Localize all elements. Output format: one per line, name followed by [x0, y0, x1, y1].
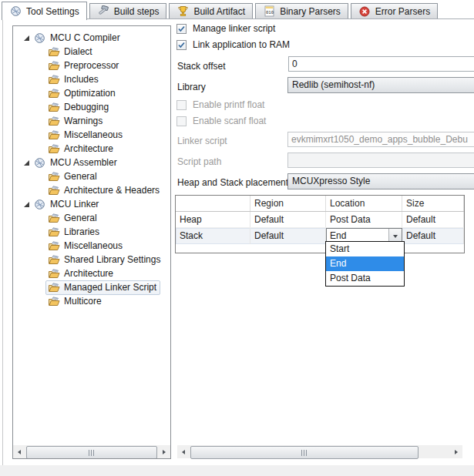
- scroll-left-arrow-icon[interactable]: [13, 445, 25, 458]
- folder-icon: [48, 143, 60, 155]
- tab-label: Build steps: [114, 6, 160, 17]
- tree-item-architecture-headers[interactable]: Architecture & Headers: [13, 183, 170, 197]
- stack-region-cell[interactable]: Default: [250, 228, 326, 244]
- tree-item-debugging[interactable]: Debugging: [13, 100, 170, 114]
- dropdown-option-post-data[interactable]: Post Data: [326, 271, 404, 286]
- tree-item-managed-linker-script[interactable]: Managed Linker Script: [13, 280, 170, 294]
- enable-scanf-float-checkbox[interactable]: [176, 116, 187, 126]
- folder-icon: [48, 213, 60, 224]
- tool-icon: [9, 5, 22, 18]
- scroll-right-arrow-icon[interactable]: [450, 445, 462, 458]
- tool-icon: [34, 199, 46, 210]
- table-header-blank: [176, 196, 250, 211]
- tree-item-multicore[interactable]: Multicore: [13, 294, 170, 308]
- tab-build-steps[interactable]: Build steps: [89, 3, 167, 18]
- dropdown-option-start[interactable]: Start: [326, 242, 404, 256]
- library-dropdown[interactable]: Redlib (semihost-nf): [287, 77, 474, 93]
- enable-printf-float-checkbox[interactable]: [176, 100, 187, 110]
- folder-icon: [48, 268, 60, 280]
- tree-item-label: MCU Linker: [50, 199, 99, 210]
- tree-item-linker-general[interactable]: General: [13, 211, 170, 225]
- scrollbar-thumb[interactable]: [190, 446, 419, 459]
- tree-item-preprocessor[interactable]: Preprocessor: [13, 59, 170, 72]
- tab-tool-settings[interactable]: Tool Settings: [2, 2, 87, 20]
- trophy-icon: [176, 5, 189, 18]
- table-header-location: Location: [326, 196, 402, 211]
- tree-item-assembler-general[interactable]: General: [13, 169, 170, 183]
- tree-item-label: Managed Linker Script: [64, 282, 156, 293]
- manage-linker-script-row: Manage linker script: [176, 22, 275, 35]
- folder-icon: [48, 185, 60, 196]
- stack-offset-input[interactable]: 0: [288, 56, 474, 72]
- folder-icon: [48, 254, 60, 266]
- tree-item-label: MCU Assembler: [50, 157, 117, 168]
- table-header-size: Size: [402, 196, 464, 211]
- tree-item-architecture[interactable]: Architecture: [13, 142, 170, 156]
- scrollbar-track[interactable]: [25, 445, 158, 458]
- scrollbar-thumb[interactable]: [26, 446, 157, 459]
- stack-size-cell[interactable]: Default: [402, 228, 464, 244]
- table-header-region: Region: [250, 196, 326, 211]
- tree-item-libraries[interactable]: Libraries: [13, 225, 170, 239]
- table-row-heap[interactable]: Heap Default Post Data Default: [176, 212, 464, 228]
- tree-item-label: Multicore: [64, 296, 102, 307]
- scroll-right-arrow-icon[interactable]: [158, 445, 170, 458]
- tab-build-artifact[interactable]: Build Artifact: [169, 3, 253, 18]
- checkbox-label: Enable scanf float: [193, 116, 266, 126]
- tree-item-warnings[interactable]: Warnings: [13, 114, 170, 128]
- heap-stack-table: Region Location Size Heap Default Post D…: [175, 195, 465, 253]
- tool-icon: [34, 157, 46, 169]
- tree-item-label: Architecture: [64, 268, 113, 279]
- tree-item-label: Miscellaneous: [64, 129, 123, 140]
- heap-name-cell: Heap: [176, 212, 250, 227]
- folder-icon: [48, 60, 60, 72]
- tree-horizontal-scrollbar[interactable]: [13, 445, 170, 458]
- tab-binary-parsers[interactable]: 010 Binary Parsers: [255, 3, 348, 18]
- tree-item-includes[interactable]: Includes: [13, 72, 170, 86]
- tree-item-mcu-c-compiler[interactable]: MCU C Compiler: [13, 31, 170, 45]
- heap-stack-placement-dropdown[interactable]: MCUXpresso Style: [287, 173, 474, 189]
- manage-linker-script-checkbox[interactable]: [176, 24, 187, 34]
- tab-label: Build Artifact: [193, 6, 245, 17]
- tree-item-label: Preprocessor: [64, 60, 119, 71]
- tree-item-linker-architecture[interactable]: Architecture: [13, 266, 170, 280]
- tree-item-dialect[interactable]: Dialect: [13, 45, 170, 59]
- scrollbar-track[interactable]: [190, 445, 450, 458]
- binary-file-icon: 010: [263, 5, 275, 18]
- tab-error-parsers[interactable]: Error Parsers: [351, 3, 438, 18]
- folder-icon: [48, 102, 60, 113]
- link-to-ram-row: Link application to RAM: [176, 39, 290, 51]
- folder-icon: [48, 129, 60, 141]
- panel-horizontal-scrollbar[interactable]: [177, 445, 462, 458]
- tool-settings-pane: Tool Settings Build steps Build Artifact…: [0, 0, 474, 476]
- link-to-ram-checkbox[interactable]: [176, 40, 187, 50]
- stack-offset-label: Stack offset: [177, 61, 225, 72]
- tree-expander-icon[interactable]: [23, 159, 30, 166]
- tree-expander-icon[interactable]: [23, 35, 30, 42]
- tree-item-mcu-assembler[interactable]: MCU Assembler: [13, 156, 170, 169]
- tree-item-shared-library-settings[interactable]: Shared Library Settings: [13, 253, 170, 266]
- checkbox-label: Manage linker script: [193, 23, 275, 34]
- tree-item-miscellaneous[interactable]: Miscellaneous: [13, 128, 170, 142]
- tree-item-mcu-linker[interactable]: MCU Linker: [13, 197, 170, 211]
- bottom-strip: [0, 465, 474, 476]
- heap-size-cell[interactable]: Default: [402, 212, 464, 227]
- tree-item-optimization[interactable]: Optimization: [13, 86, 170, 100]
- linker-script-label: Linker script: [177, 136, 227, 146]
- enable-scanf-float-row: Enable scanf float: [176, 115, 266, 127]
- tab-label: Error Parsers: [375, 6, 430, 17]
- heap-location-cell[interactable]: Post Data: [326, 212, 402, 227]
- tree-item-linker-miscellaneous[interactable]: Miscellaneous: [13, 239, 170, 253]
- linker-script-input: evkmimxrt1050_demo_apps_bubble_Debu: [287, 132, 474, 147]
- folder-icon: [48, 171, 60, 183]
- tab-bar: Tool Settings Build steps Build Artifact…: [2, 2, 438, 19]
- linker-options-panel: Manage linker script Link application to…: [173, 18, 474, 464]
- tree-item-label: MCU C Compiler: [50, 32, 120, 43]
- tree-item-label: General: [64, 171, 97, 182]
- scroll-left-arrow-icon[interactable]: [177, 445, 190, 458]
- tab-label: Binary Parsers: [280, 6, 341, 17]
- dropdown-option-end[interactable]: End: [326, 256, 404, 271]
- heap-region-cell[interactable]: Default: [250, 212, 326, 227]
- tree-expander-icon[interactable]: [23, 201, 30, 208]
- table-row-stack[interactable]: Stack Default End Default: [176, 228, 464, 244]
